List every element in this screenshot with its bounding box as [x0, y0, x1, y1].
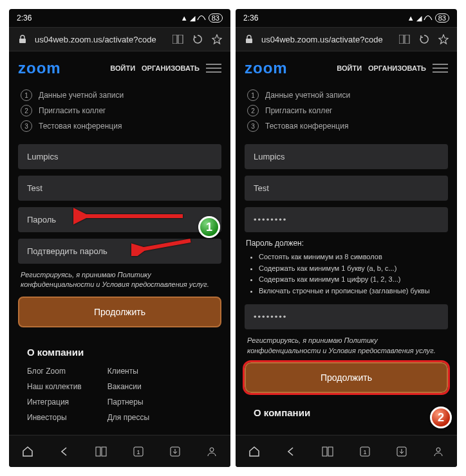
download-icon[interactable]	[394, 444, 409, 459]
tabs-icon[interactable]: 1	[357, 444, 373, 459]
bookmarks-icon[interactable]	[93, 444, 109, 459]
refresh-icon[interactable]	[417, 32, 431, 46]
footer-link[interactable]: Инвесторы	[27, 413, 82, 422]
firstname-field[interactable]: Lumpics	[245, 144, 448, 169]
lock-icon	[15, 32, 30, 46]
menu-icon[interactable]	[206, 62, 221, 74]
back-icon[interactable]	[57, 444, 72, 459]
address-bar[interactable]: us04web.zoom.us/activate?code	[236, 27, 457, 51]
star-icon[interactable]	[436, 32, 451, 46]
svg-rect-3	[96, 447, 100, 456]
svg-rect-2	[178, 35, 183, 44]
svg-text:1: 1	[363, 449, 366, 455]
continue-button[interactable]: Продолжить	[18, 297, 221, 327]
lastname-field[interactable]: Test	[18, 176, 221, 201]
url-text: us04web.zoom.us/activate?code	[261, 35, 393, 44]
menu-icon[interactable]	[433, 62, 448, 74]
rules-title: Пароль должен:	[246, 239, 448, 248]
lock-icon	[242, 32, 256, 46]
footer-link[interactable]: Наш коллектив	[27, 382, 82, 391]
marker-1: 1	[198, 216, 220, 238]
password-rules: Состоять как минимум из 8 символов Содер…	[245, 252, 448, 297]
svg-rect-12	[246, 39, 252, 43]
page-header: zoom ВОЙТИ ОРГАНИЗОВАТЬ	[9, 51, 230, 85]
tabs-icon[interactable]: 1	[131, 444, 146, 459]
profile-icon[interactable]	[431, 444, 446, 459]
footer-link[interactable]: Вакансии	[107, 382, 149, 391]
marker-2: 2	[430, 407, 452, 428]
page-header: zoom ВОЙТИ ОРГАНИЗОВАТЬ	[236, 51, 457, 85]
terms-text: Регистрируясь, я принимаю Политику конфи…	[21, 270, 219, 290]
steps: 1Данные учетной записи 2Пригласить колле…	[9, 85, 230, 140]
logo: zoom	[245, 59, 288, 77]
reader-icon[interactable]	[171, 32, 185, 46]
footer-link[interactable]: Клиенты	[107, 367, 149, 376]
home-icon[interactable]	[20, 444, 35, 459]
profile-icon[interactable]	[204, 444, 219, 459]
status-time: 2:36	[17, 14, 32, 23]
footer-title: О компании	[27, 347, 212, 358]
signal-icon: ▲ ◢	[181, 14, 206, 23]
footer-title: О компании	[254, 407, 439, 418]
password-field[interactable]: Пароль	[18, 207, 221, 232]
download-icon[interactable]	[167, 444, 183, 459]
login-link[interactable]: ВОЙТИ	[337, 64, 362, 72]
svg-rect-16	[328, 447, 333, 456]
footer-link[interactable]: Блог Zoom	[27, 367, 82, 376]
url-text: us04web.zoom.us/activate?code	[35, 35, 166, 44]
svg-rect-15	[322, 447, 327, 456]
logo: zoom	[18, 59, 61, 77]
svg-rect-1	[172, 35, 177, 44]
svg-point-8	[210, 448, 214, 452]
firstname-field[interactable]: Lumpics	[18, 144, 221, 169]
footer-link[interactable]: Интеграция	[27, 398, 82, 407]
address-bar[interactable]: us04web.zoom.us/activate?code	[9, 27, 230, 51]
svg-point-20	[436, 448, 440, 452]
footer: О компании	[245, 407, 448, 418]
phone-left: 2:36 ▲ ◢ 83 us04web.zoom.us/activate?cod…	[9, 9, 230, 467]
footer-link[interactable]: Партнеры	[107, 398, 149, 407]
bookmarks-icon[interactable]	[320, 444, 335, 459]
svg-rect-13	[399, 35, 404, 44]
confirm-password-field[interactable]: ••••••••	[245, 304, 448, 329]
organize-link[interactable]: ОРГАНИЗОВАТЬ	[368, 64, 426, 72]
bottom-nav: 1	[236, 435, 457, 467]
home-icon[interactable]	[247, 444, 262, 459]
reader-icon[interactable]	[398, 32, 412, 46]
footer-link[interactable]: Для прессы	[107, 413, 149, 422]
status-time: 2:36	[243, 14, 258, 23]
organize-link[interactable]: ОРГАНИЗОВАТЬ	[142, 64, 200, 72]
form-content: Lumpics Test Пароль Подтвердить пароль Р…	[9, 140, 230, 435]
status-bar: 2:36 ▲ ◢ 83	[9, 9, 230, 27]
continue-button[interactable]: Продолжить	[245, 362, 448, 393]
form-content: Lumpics Test •••••••• Пароль должен: Сос…	[236, 140, 457, 435]
battery-level: 83	[209, 14, 223, 23]
svg-text:1: 1	[136, 449, 140, 455]
signal-icon: ▲ ◢	[407, 14, 433, 23]
star-icon[interactable]	[210, 32, 224, 46]
phone-right: 2:36 ▲ ◢ 83 us04web.zoom.us/activate?cod…	[236, 9, 457, 467]
footer: О компании Блог Zoom Наш коллектив Интег…	[18, 347, 221, 428]
svg-rect-14	[405, 35, 409, 44]
svg-rect-0	[19, 39, 26, 43]
lastname-field[interactable]: Test	[245, 176, 448, 201]
confirm-password-field[interactable]: Подтвердить пароль	[18, 239, 221, 264]
back-icon[interactable]	[283, 444, 299, 459]
status-bar: 2:36 ▲ ◢ 83	[236, 9, 457, 27]
login-link[interactable]: ВОЙТИ	[110, 64, 135, 72]
battery-level: 83	[435, 14, 449, 23]
bottom-nav: 1	[9, 435, 230, 467]
steps: 1Данные учетной записи 2Пригласить колле…	[236, 85, 457, 140]
terms-text: Регистрируясь, я принимаю Политику конфи…	[247, 336, 445, 356]
refresh-icon[interactable]	[191, 32, 205, 46]
svg-rect-4	[102, 447, 106, 456]
password-field[interactable]: ••••••••	[245, 207, 448, 232]
